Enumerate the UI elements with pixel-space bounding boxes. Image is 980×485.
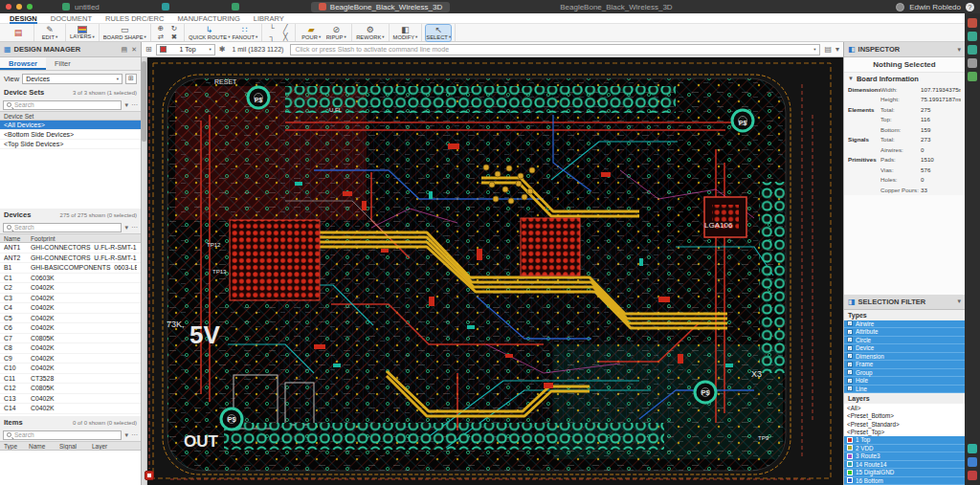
checkbox-checked-icon[interactable]: ✓	[847, 320, 853, 326]
clipboard-button[interactable]: ▤	[7, 25, 30, 41]
quick-route-button[interactable]: ↳QUICK ROUTE▾	[189, 25, 231, 41]
device-row[interactable]: C8C0402K	[0, 343, 141, 354]
device-row[interactable]: ANT2GHI-CONNECTORS_U.FL-R-SMT-1	[0, 254, 141, 264]
measure-tool-icon[interactable]	[968, 32, 977, 41]
help-icon[interactable]: ?	[966, 3, 974, 11]
filter-layer-row[interactable]: 2 VDD	[844, 445, 965, 453]
board-shape-button[interactable]: ▭BOARD SHAPE▾	[103, 25, 146, 41]
filter-type-row[interactable]: ✓Attribute	[844, 328, 965, 337]
history-icon[interactable]: ▤	[824, 45, 832, 54]
device-set-row[interactable]: <All Devices>	[0, 121, 141, 130]
filter-type-row[interactable]: ✓Frame	[844, 361, 965, 369]
filter-type-row[interactable]: ✓Group	[844, 369, 965, 378]
device-row[interactable]: C2C0402K	[0, 283, 141, 294]
ribbon-tab-library[interactable]: LIBRARY	[254, 13, 284, 24]
route-x-button[interactable]: ╳	[279, 33, 291, 41]
route-diag-button[interactable]: ╱	[279, 24, 291, 33]
scrollbar-thumb[interactable]	[142, 61, 146, 142]
device-row[interactable]: C4C0402K	[0, 303, 141, 314]
filter-layer-row[interactable]: 16 Bottom	[844, 477, 965, 485]
filter-layer-row[interactable]: 14 Route14	[844, 461, 965, 470]
doc-tab-active[interactable]: BeagleBone_Black_Wireless_3D	[311, 2, 450, 12]
doc-tab-untitled[interactable]: untitled	[75, 3, 100, 11]
close-icon[interactable]: ✕	[131, 46, 137, 54]
chevron-down-icon[interactable]: ▾	[835, 45, 839, 54]
grid-settings-icon[interactable]: ⊞	[145, 45, 152, 54]
rework-button[interactable]: ⚙REWORK▾	[356, 25, 384, 41]
layer-preset-row[interactable]: <Preset_Standard>	[844, 420, 965, 429]
device-sets-search-input[interactable]: Search	[3, 100, 122, 110]
device-row[interactable]: C6C0402K	[0, 323, 141, 334]
checkbox-checked-icon[interactable]: ✓	[847, 345, 853, 351]
filter-layer-row[interactable]: 1 Top	[844, 436, 965, 445]
board-canvas[interactable]: RESETU.FLTP12TP1373K,5VOUTLGA106X3TP9P$P…	[142, 57, 843, 485]
route-bend-button[interactable]: ┐	[266, 33, 278, 41]
view-options-button[interactable]: ⊞	[125, 74, 137, 84]
filter-dropdown-icon[interactable]: ▾	[124, 224, 128, 231]
device-row[interactable]: C13C0402K	[0, 394, 141, 405]
device-row[interactable]: C5C0402K	[0, 314, 141, 324]
device-row[interactable]: B1GHI-BASICCOMPONENTS_0603-LED	[0, 263, 141, 274]
device-row[interactable]: C1C0603K	[0, 274, 141, 284]
fanout-button[interactable]: ∷FANOUT▾	[232, 25, 257, 41]
ribbon-tab-rules-drc-erc[interactable]: RULES DRC/ERC	[105, 13, 164, 24]
delete-button[interactable]: ✖	[168, 33, 180, 41]
view-select[interactable]: Devices ▾	[22, 74, 122, 84]
select-button[interactable]: ↖SELECT▾	[426, 25, 451, 41]
ribbon-tab-design[interactable]: DESIGN	[10, 13, 37, 24]
dock-record-icon[interactable]	[968, 471, 977, 480]
ribbon-tab-manufacturing[interactable]: MANUFACTURING	[177, 13, 239, 24]
layer-preset-row[interactable]: <Preset_Top>	[844, 429, 965, 437]
devices-search-input[interactable]: Search	[3, 223, 122, 232]
dock-chat-icon[interactable]	[968, 444, 977, 453]
filter-type-row[interactable]: ✓Circle	[844, 337, 965, 345]
device-set-row[interactable]: <Top Side Devices>	[0, 140, 141, 149]
route-corner-button[interactable]: └	[266, 24, 278, 33]
dock-files-icon[interactable]	[968, 457, 977, 467]
ripup-button[interactable]: ⊘RIPUP▾	[324, 25, 347, 41]
device-row[interactable]: C7C0805K	[0, 334, 141, 344]
user-name[interactable]: Edwin Robledo	[909, 3, 961, 11]
user-avatar[interactable]	[896, 3, 904, 11]
doc-tab-secondary[interactable]: BeagleBone_Black_Wireless_3D	[560, 3, 672, 11]
canvas-scrollbar[interactable]	[142, 57, 147, 485]
app-icon[interactable]	[232, 3, 239, 11]
board-information-header[interactable]: ▼ Board Information	[844, 73, 965, 84]
device-set-row[interactable]: <Bottom Side Devices>	[0, 130, 141, 140]
filter-layer-row[interactable]: 15 DigitalGND	[844, 469, 965, 477]
layer-preset-row[interactable]: <All>	[844, 404, 965, 412]
items-search-input[interactable]: Search	[3, 430, 122, 440]
checkbox-checked-icon[interactable]: ✓	[847, 353, 853, 359]
snap-tool-icon[interactable]	[968, 58, 977, 68]
close-window-button[interactable]	[6, 4, 11, 10]
filter-type-row[interactable]: ✓Hole	[844, 377, 965, 386]
move-tool-icon[interactable]	[968, 18, 977, 28]
modify-button[interactable]: ◧MODIFY▾	[393, 25, 418, 41]
device-set-column-header[interactable]: Device Set	[0, 111, 141, 121]
collapse-panel-icon[interactable]: ▾	[957, 46, 961, 54]
zoom-window-button[interactable]	[27, 4, 33, 10]
checkbox-checked-icon[interactable]: ✓	[847, 369, 853, 375]
filter-type-row[interactable]: ✓Airwire	[844, 320, 965, 329]
app-icon[interactable]	[162, 3, 169, 11]
pour-button[interactable]: ▰POUR▾	[300, 25, 323, 41]
app-icon[interactable]	[62, 3, 70, 11]
command-line-input[interactable]: Click or press Slash to activate command…	[290, 44, 820, 55]
filter-layer-row[interactable]: 3 Route3	[844, 452, 965, 461]
active-layer-select[interactable]: 1 Top ▾	[156, 44, 215, 55]
checkbox-checked-icon[interactable]: ✓	[847, 362, 853, 367]
view-tool-icon[interactable]	[968, 72, 977, 81]
ribbon-tab-document[interactable]: DOCUMENT	[51, 13, 92, 24]
checkbox-checked-icon[interactable]: ✓	[847, 337, 853, 342]
more-options-icon[interactable]: ⋯	[131, 431, 138, 439]
device-row[interactable]: C11CT3528	[0, 374, 141, 385]
grid-icon[interactable]: ✱	[219, 45, 226, 54]
checkbox-checked-icon[interactable]: ✓	[847, 329, 853, 335]
tab-filter[interactable]: Filter	[46, 57, 79, 70]
tab-browser[interactable]: Browser	[0, 57, 46, 70]
move-button[interactable]: ⊕	[155, 24, 167, 33]
mirror-button[interactable]: ⇄	[155, 33, 167, 41]
items-column-header[interactable]: Type Name Signal Layer	[0, 441, 141, 451]
checkbox-checked-icon[interactable]: ✓	[847, 378, 853, 384]
layer-preset-row[interactable]: <Preset_Bottom>	[844, 412, 965, 421]
